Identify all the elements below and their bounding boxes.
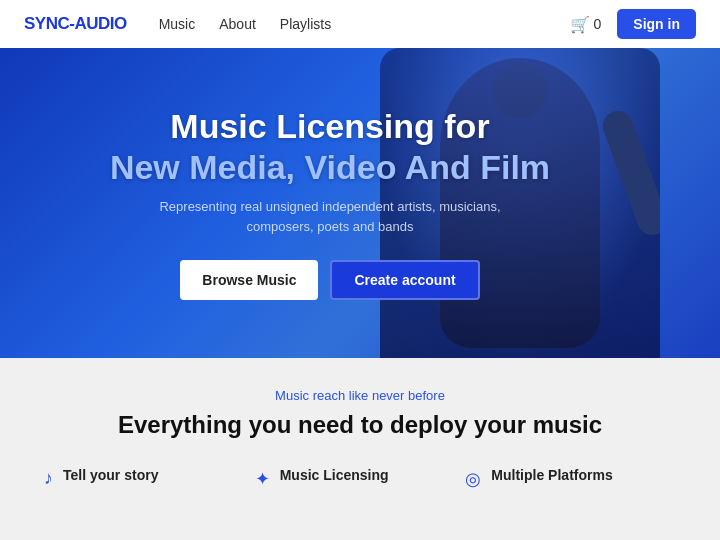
music-note-icon: ♪ xyxy=(44,468,53,489)
person-arm xyxy=(599,107,660,239)
browse-music-button[interactable]: Browse Music xyxy=(180,260,318,300)
sign-in-button[interactable]: Sign in xyxy=(617,9,696,39)
feature-platforms: ◎ Multiple Platforms xyxy=(465,467,676,490)
nav-link-music[interactable]: Music xyxy=(159,16,196,32)
hero-title: Music Licensing for New Media, Video And… xyxy=(110,106,550,188)
licensing-icon: ✦ xyxy=(255,468,270,490)
nav-link-playlists[interactable]: Playlists xyxy=(280,16,331,32)
tagline-large: Everything you need to deploy your music xyxy=(24,411,696,439)
hero-title-line2: New Media, Video And Film xyxy=(110,148,550,186)
site-logo[interactable]: SYNC-AUDIO xyxy=(24,14,127,34)
cart-button[interactable]: 🛒 0 xyxy=(570,15,602,34)
below-hero-section: Music reach like never before Everything… xyxy=(0,358,720,510)
cart-icon: 🛒 xyxy=(570,15,590,34)
platforms-icon: ◎ xyxy=(465,468,481,490)
nav-link-about[interactable]: About xyxy=(219,16,256,32)
hero-title-line1: Music Licensing for xyxy=(170,107,489,145)
feature-licensing: ✦ Music Licensing xyxy=(255,467,466,490)
hero-buttons: Browse Music Create account xyxy=(110,260,550,300)
feature-story: ♪ Tell your story xyxy=(44,467,255,490)
features-row: ♪ Tell your story ✦ Music Licensing ◎ Mu… xyxy=(24,467,696,490)
navbar: SYNC-AUDIO Music About Playlists 🛒 0 Sig… xyxy=(0,0,720,48)
hero-subtitle: Representing real unsigned independent a… xyxy=(150,197,510,236)
cart-count: 0 xyxy=(594,16,602,32)
navbar-right: 🛒 0 Sign in xyxy=(570,9,696,39)
nav-links: Music About Playlists xyxy=(159,16,570,32)
create-account-button[interactable]: Create account xyxy=(330,260,479,300)
feature-story-label: Tell your story xyxy=(63,467,158,483)
feature-platforms-label: Multiple Platforms xyxy=(491,467,612,483)
hero-content: Music Licensing for New Media, Video And… xyxy=(90,106,570,301)
hero-section: Music Licensing for New Media, Video And… xyxy=(0,48,720,358)
feature-licensing-label: Music Licensing xyxy=(280,467,389,483)
tagline-small: Music reach like never before xyxy=(24,388,696,403)
